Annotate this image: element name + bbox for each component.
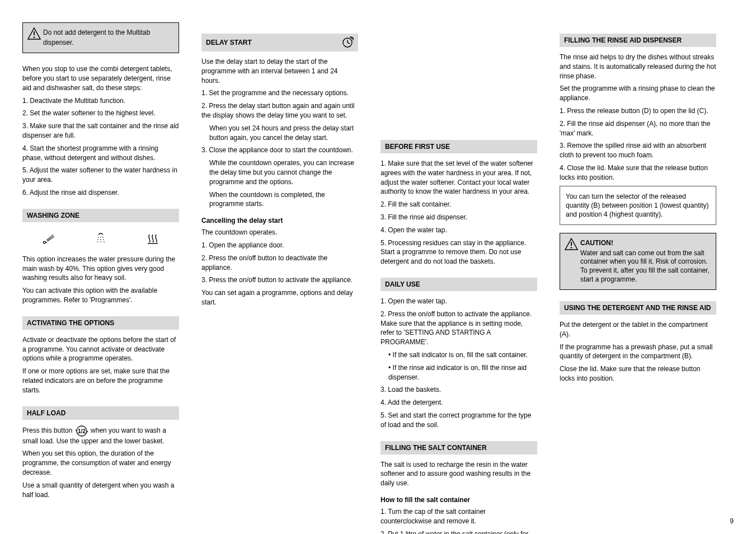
clock-arrow-icon xyxy=(341,36,354,49)
washzone-icon-row xyxy=(22,232,179,245)
du-2: 2. Press the on/off button to activate t… xyxy=(381,310,537,347)
steam-icon xyxy=(146,232,159,245)
rinse-note-text: You can turn the selector of the release… xyxy=(566,193,708,218)
du-5: 5. Set and start the correct programme f… xyxy=(381,411,537,430)
cancel-delay-p5: You can set again a programme, options a… xyxy=(201,288,358,307)
warn4-l2: Water and salt can come out from the sal… xyxy=(580,249,711,284)
salt-p1: The salt is used to recharge the resin i… xyxy=(381,460,537,488)
washzone-heading: WASHING ZONE xyxy=(22,209,179,222)
warn4-l1: CAUTION! xyxy=(580,239,711,248)
svg-point-11 xyxy=(97,241,98,242)
bf-2: 2. Fill the salt container. xyxy=(381,200,537,209)
page-number: 9 xyxy=(730,517,734,525)
half-load-icon: 1/2 xyxy=(74,425,89,437)
svg-point-13 xyxy=(104,241,105,242)
bf-1: 1. Make sure that the set level of the w… xyxy=(381,159,537,196)
svg-point-7 xyxy=(102,237,104,238)
du-3: 3. Load the baskets. xyxy=(381,385,537,395)
svg-text:1/2: 1/2 xyxy=(78,428,86,434)
cancel-delay-p1: The countdown operates. xyxy=(201,228,358,237)
du-1: 1. Open the water tap. xyxy=(381,297,537,306)
du-b1-text: If the salt indicator is on, fill the sa… xyxy=(393,351,528,359)
cancel-delay-p3: 2. Press the on/off button to deactivate… xyxy=(201,254,358,273)
salt-subhead: How to fill the salt container xyxy=(381,496,537,504)
bf-4: 4. Open the water tap. xyxy=(381,226,537,235)
rinse-l4: 4. Close the lid. Make sure that the rel… xyxy=(560,163,716,182)
delay-p3b: While the countdown operates, you can in… xyxy=(209,158,358,186)
stop-combi-intro: When you stop to use the combi detergent… xyxy=(22,64,179,92)
halfload-heading: HALF LOAD xyxy=(22,406,179,420)
du-4: 4. Add the detergent. xyxy=(381,398,537,407)
cancel-delay-p4: 3. Press the on/off button to activate t… xyxy=(201,275,358,285)
cancel-delay-p2: 1. Open the appliance door. xyxy=(201,241,358,250)
multitab-warning-box: Do not add detergent to the Multitab dis… xyxy=(22,22,179,53)
halfload-p1: Press this button when you want to wash … xyxy=(22,425,179,446)
delay-p2b: When you set 24 hours and press the dela… xyxy=(209,124,358,143)
du-b2-text: If the rinse aid indicator is on, fill t… xyxy=(388,364,527,381)
delay-start-heading: DELAY START xyxy=(201,34,358,51)
halfload-p2: When you set this option, the duration o… xyxy=(22,449,179,477)
cancel-delay-subhead: Cancelling the delay start xyxy=(201,217,358,224)
delay-p2a: 2. Press the delay start button again an… xyxy=(201,101,358,120)
salt-s1: 1. Turn the cap of the salt container co… xyxy=(381,507,537,526)
step-2: 2. Set the water softener to the highest… xyxy=(22,109,179,118)
rinse-p2: Set the programme with a rinsing phase t… xyxy=(560,84,716,103)
spray-icon xyxy=(42,232,55,245)
opt-p1: Activate or deactivate the options befor… xyxy=(22,335,179,363)
step-3: 3. Make sure that the salt container and… xyxy=(22,121,179,140)
det-l2: If the programme has a prewash phase, pu… xyxy=(560,343,716,362)
svg-line-2 xyxy=(46,235,53,240)
du-b1: • If the salt indicator is on, fill the … xyxy=(388,350,537,360)
svg-point-20 xyxy=(571,247,572,249)
bf-5: 5. Processing residues can stay in the a… xyxy=(381,238,537,266)
washzone-body: This option increases the water pressure… xyxy=(22,255,179,283)
svg-point-5 xyxy=(98,237,99,238)
svg-point-1 xyxy=(34,36,35,38)
det-l1: Put the detergent or the tablet in the c… xyxy=(560,320,716,339)
rinse-p1: The rinse aid helps to dry the dishes wi… xyxy=(560,53,716,81)
opt-p2: If one or more options are set, make sur… xyxy=(22,367,179,395)
du-b2: • If the rinse aid indicator is on, fill… xyxy=(388,363,537,382)
rinse-l1: 1. Press the release button (D) to open … xyxy=(560,106,716,116)
salt-s2: 2. Put 1 litre of water in the salt cont… xyxy=(381,530,537,534)
detergent-heading: USING THE DETERGENT AND THE RINSE AID xyxy=(560,301,716,315)
washzone-note: You can activate this option with the av… xyxy=(22,286,179,305)
svg-point-6 xyxy=(100,237,101,238)
before-first-use-heading: BEFORE FIRST USE xyxy=(381,140,537,153)
rinse-note-box: You can turn the selector of the release… xyxy=(560,186,716,226)
rinse-l2: 2. Fill the rinse aid dispenser (A), no … xyxy=(560,119,716,138)
svg-line-18 xyxy=(348,43,350,44)
delay-p3a: 3. Close the appliance door to start the… xyxy=(201,146,358,155)
step-1: 1. Deactivate the Multitab function. xyxy=(22,96,179,106)
step-6: 6. Adjust the rinse aid dispenser. xyxy=(22,188,179,198)
step-4: 4. Start the shortest programme with a r… xyxy=(22,144,179,163)
warning-text-l1: Do not add detergent to the Multitab xyxy=(43,29,174,38)
svg-point-8 xyxy=(97,239,98,240)
svg-point-12 xyxy=(100,241,101,242)
svg-point-10 xyxy=(103,239,104,240)
bf-3: 3. Fill the rinse aid dispenser. xyxy=(381,213,537,222)
warning-triangle-icon-2 xyxy=(565,238,578,250)
svg-point-9 xyxy=(100,239,101,240)
svg-line-4 xyxy=(47,236,54,241)
activate-options-heading: ACTIVATING THE OPTIONS xyxy=(22,316,179,330)
warning-triangle-icon xyxy=(27,27,41,40)
delay-intro: Use the delay start to delay the start o… xyxy=(201,57,358,85)
shower-icon xyxy=(94,232,107,245)
daily-use-heading: DAILY USE xyxy=(381,278,537,291)
delay-p1: 1. Set the programme and the necessary o… xyxy=(201,88,358,98)
rinse-l3: 3. Remove the spilled rinse aid with an … xyxy=(560,141,716,160)
warning-text-l2: dispenser. xyxy=(43,39,174,48)
step-5: 5. Adjust the water softener to the wate… xyxy=(22,166,179,185)
halfload-p3: Use a small quantity of detergent when y… xyxy=(22,481,179,500)
salt-warning-box: CAUTION! Water and salt can come out fro… xyxy=(560,233,716,290)
det-l3: Close the lid. Make sure that the releas… xyxy=(560,364,716,383)
delay-p3c: When the countdown is completed, the pro… xyxy=(209,190,358,209)
rinse-aid-heading: FILLING THE RINSE AID DISPENSER xyxy=(560,34,716,47)
salt-heading: FILLING THE SALT CONTAINER xyxy=(381,441,537,455)
delay-start-heading-text: DELAY START xyxy=(206,39,252,46)
